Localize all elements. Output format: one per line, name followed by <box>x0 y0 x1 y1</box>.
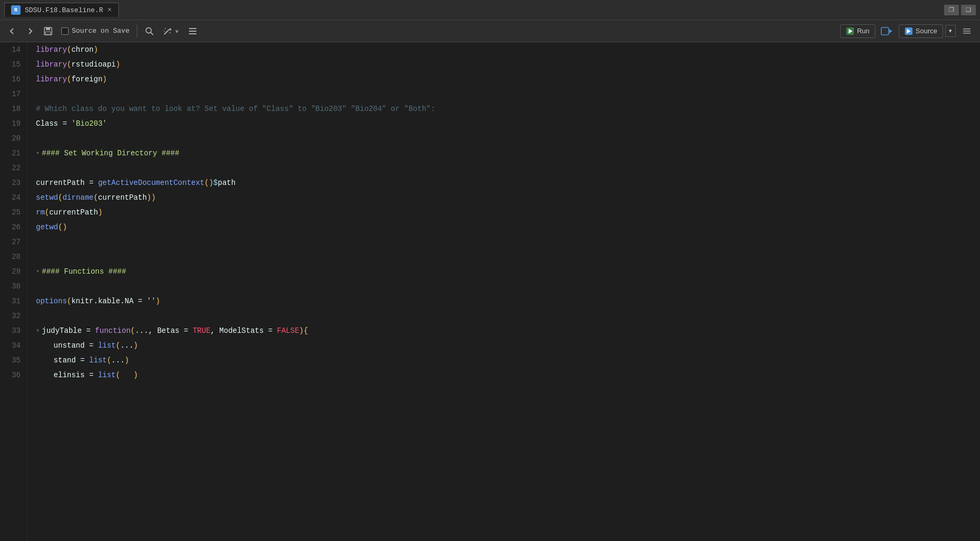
code-token: currentPath <box>36 175 84 190</box>
code-token: ( <box>107 353 111 368</box>
line-number: 24 <box>4 190 21 205</box>
magic-wand-icon <box>163 26 172 36</box>
code-token: { <box>304 323 308 338</box>
line-number: 25 <box>4 205 21 220</box>
save-button[interactable] <box>40 25 56 38</box>
code-token: ( <box>93 190 98 205</box>
svg-marker-6 <box>169 28 172 31</box>
goto-button[interactable] <box>878 25 897 38</box>
code-token: )) <box>147 190 156 205</box>
source-button[interactable]: Source <box>899 24 943 38</box>
code-token: = <box>84 175 98 190</box>
line-number: 16 <box>4 72 21 87</box>
code-token: TRUE <box>193 323 211 338</box>
back-button[interactable] <box>4 25 20 38</box>
run-button[interactable]: Run <box>840 24 875 38</box>
svg-rect-10 <box>189 28 196 29</box>
svg-marker-16 <box>889 29 892 33</box>
fold-arrow-icon[interactable]: ▾ <box>36 264 40 279</box>
table-row: options(knitr.kable.NA = '') <box>36 294 980 309</box>
source-dropdown-button[interactable]: ▾ <box>945 25 956 37</box>
code-token: #### Set Working Directory #### <box>42 146 179 161</box>
editor-tab[interactable]: R SDSU.F18.Baseline.R × <box>4 3 119 17</box>
line-numbers: 1415161718192021222324252627282930313233… <box>0 42 27 541</box>
code-token: elinsis = <box>36 368 98 383</box>
line-number: 23 <box>4 175 21 190</box>
code-editor[interactable]: 1415161718192021222324252627282930313233… <box>0 42 980 541</box>
table-row: elinsis = list( ) <box>36 368 980 383</box>
search-icon <box>145 26 154 36</box>
table-row <box>36 235 980 249</box>
goto-icon <box>881 26 893 36</box>
code-token: ) <box>134 338 138 353</box>
magic-button[interactable] <box>159 25 183 38</box>
code-token: rm <box>36 205 45 220</box>
forward-button[interactable] <box>22 25 38 38</box>
fold-arrow-icon[interactable]: ▾ <box>36 323 40 338</box>
svg-point-3 <box>146 27 152 33</box>
source-on-save-label: Source on Save <box>72 27 129 35</box>
code-token: ( ) <box>116 368 138 383</box>
code-token: rstudioapi <box>71 57 116 72</box>
line-number: 34 <box>4 338 21 353</box>
table-row: currentPath = getActiveDocumentContext()… <box>36 175 980 190</box>
restore-button[interactable]: ❐ <box>944 5 959 15</box>
code-token: ... <box>111 353 125 368</box>
maximize-button[interactable]: ❑ <box>961 5 976 15</box>
source-on-save-checkbox[interactable] <box>61 27 69 35</box>
code-token: ) <box>116 57 120 72</box>
table-row: ▾#### Functions #### <box>36 264 980 279</box>
svg-rect-15 <box>881 27 889 35</box>
code-token: ( <box>67 294 71 309</box>
code-token: options <box>36 294 67 309</box>
svg-rect-1 <box>46 27 50 30</box>
code-content[interactable]: library(chron)library(rstudioapi)library… <box>27 42 980 541</box>
table-row: library(chron) <box>36 42 980 57</box>
tab-close-button[interactable]: × <box>107 6 111 14</box>
line-number: 28 <box>4 249 21 264</box>
code-token: currentPath <box>98 190 147 205</box>
source-icon <box>904 27 913 35</box>
code-token: knitr.kable.NA = <box>71 294 147 309</box>
line-number: 31 <box>4 294 21 309</box>
fold-arrow-icon[interactable]: ▾ <box>36 146 40 161</box>
code-token: stand = <box>36 353 89 368</box>
code-token: ..., Betas = <box>135 323 193 338</box>
code-token: ( <box>67 57 71 72</box>
code-token: , ModelStats = <box>211 323 277 338</box>
code-token: ) <box>93 42 98 57</box>
code-token: () <box>58 220 67 235</box>
code-token: library <box>36 72 67 87</box>
svg-point-9 <box>164 31 165 32</box>
code-token: library <box>36 57 67 72</box>
code-token: Class <box>36 116 58 131</box>
code-token: getwd <box>36 220 58 235</box>
table-row <box>36 249 980 264</box>
r-file-icon: R <box>11 5 21 15</box>
source-on-save-toggle[interactable]: Source on Save <box>58 27 133 35</box>
line-number: 14 <box>4 42 21 57</box>
table-row: # Which class do you want to look at? Se… <box>36 101 980 116</box>
list-button[interactable] <box>185 25 201 38</box>
line-number: 19 <box>4 116 21 131</box>
table-row: ▾#### Set Working Directory #### <box>36 146 980 161</box>
line-number: 30 <box>4 279 21 294</box>
code-token: dirname <box>62 190 93 205</box>
code-token: list <box>89 353 107 368</box>
hamburger-icon <box>962 26 972 36</box>
line-number: 29 <box>4 264 21 279</box>
code-token: '' <box>147 294 156 309</box>
table-row <box>36 131 980 146</box>
table-row <box>36 309 980 323</box>
code-token: ) <box>102 72 107 87</box>
tab-filename: SDSU.F18.Baseline.R <box>25 6 103 14</box>
line-number: 27 <box>4 235 21 249</box>
code-token: ( <box>67 42 71 57</box>
hamburger-menu-button[interactable] <box>958 24 976 38</box>
code-token: list <box>98 368 116 383</box>
code-token: () <box>204 175 213 190</box>
table-row <box>36 87 980 101</box>
separator-1 <box>137 25 137 38</box>
search-button[interactable] <box>142 25 157 38</box>
code-token: ( <box>45 205 49 220</box>
